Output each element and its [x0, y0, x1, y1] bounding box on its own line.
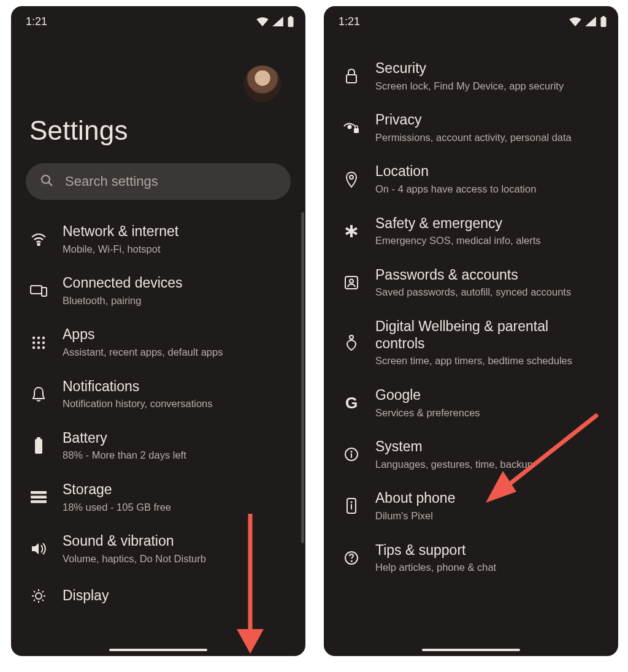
svg-rect-23 [602, 16, 605, 18]
settings-item-title: Security [375, 60, 564, 77]
gesture-nav-bar[interactable] [422, 649, 520, 651]
settings-item-title: Storage [63, 481, 171, 498]
settings-item-battery[interactable]: Battery 88% - More than 2 days left [11, 420, 305, 472]
svg-rect-22 [601, 17, 607, 27]
settings-item-title: Safety & emergency [375, 215, 541, 232]
info-icon [341, 447, 362, 462]
settings-item-about-phone[interactable]: About phone Dilum's Pixel [324, 480, 618, 532]
settings-item-title: Notifications [63, 378, 213, 395]
search-settings-field[interactable]: Search settings [26, 163, 291, 200]
settings-item-subtitle: Saved passwords, autofill, synced accoun… [375, 286, 571, 299]
volume-icon [28, 541, 49, 556]
account-box-icon [341, 275, 362, 290]
settings-item-subtitle: Screen time, app timers, bedtime schedul… [375, 354, 601, 367]
settings-item-security[interactable]: Security Screen lock, Find My Device, ap… [324, 50, 618, 102]
settings-item-passwords[interactable]: Passwords & accounts Saved passwords, au… [324, 257, 618, 308]
wellbeing-icon [341, 334, 362, 351]
settings-item-subtitle: Assistant, recent apps, default apps [63, 346, 223, 359]
svg-rect-1 [289, 16, 292, 18]
settings-item-subtitle: Help articles, phone & chat [375, 561, 496, 574]
settings-item-google[interactable]: G Google Services & preferences [324, 377, 618, 429]
help-icon [341, 551, 362, 565]
svg-point-30 [350, 335, 353, 339]
wifi-icon [569, 17, 581, 26]
svg-rect-6 [42, 288, 47, 296]
scrollbar[interactable] [301, 212, 304, 543]
settings-item-title: About phone [375, 490, 455, 507]
settings-item-safety[interactable]: Safety & emergency Emergency SOS, medica… [324, 205, 618, 257]
settings-item-subtitle: Mobile, Wi-Fi, hotspot [63, 243, 178, 256]
svg-point-4 [37, 243, 39, 245]
svg-rect-17 [37, 437, 40, 440]
settings-item-subtitle: 18% used - 105 GB free [63, 501, 171, 514]
svg-rect-16 [35, 439, 42, 454]
phone-frame-right: 1:21 Security Screen l [324, 6, 618, 656]
svg-point-9 [42, 336, 45, 338]
settings-item-notifications[interactable]: Notifications Notification history, conv… [11, 368, 305, 420]
settings-item-subtitle: Dilum's Pixel [375, 510, 455, 522]
svg-line-3 [49, 183, 53, 186]
settings-item-connected-devices[interactable]: Connected devices Bluetooth, pairing [11, 265, 305, 316]
bell-icon [28, 386, 49, 402]
settings-item-sound[interactable]: Sound & vibration Volume, haptics, Do No… [11, 523, 305, 575]
settings-item-network[interactable]: Network & internet Mobile, Wi-Fi, hotspo… [11, 213, 305, 265]
status-time: 1:21 [339, 15, 360, 28]
settings-item-subtitle: On - 4 apps have access to location [375, 183, 536, 196]
settings-item-title: Display [63, 587, 109, 605]
settings-item-subtitle: Languages, gestures, time, backup [375, 458, 533, 471]
settings-item-apps[interactable]: Apps Assistant, recent apps, default app… [11, 316, 305, 368]
settings-item-subtitle: Bluetooth, pairing [63, 294, 183, 307]
settings-item-location[interactable]: Location On - 4 apps have access to loca… [324, 153, 618, 205]
settings-item-display[interactable]: Display [11, 575, 305, 607]
cellular-icon [585, 17, 596, 26]
eye-lock-icon [341, 121, 362, 134]
settings-item-privacy[interactable]: Privacy Permissions, account activity, p… [324, 102, 618, 153]
svg-point-7 [33, 336, 35, 338]
settings-item-system[interactable]: System Languages, gestures, time, backup [324, 429, 618, 480]
status-time: 1:21 [26, 15, 47, 28]
settings-item-subtitle: Emergency SOS, medical info, alerts [375, 234, 541, 247]
gesture-nav-bar[interactable] [109, 649, 207, 651]
svg-rect-18 [31, 491, 47, 494]
lock-icon [341, 68, 362, 84]
status-bar: 1:21 [324, 6, 618, 33]
settings-item-title: Location [375, 163, 536, 180]
phone-frame-left: 1:21 Settings Searc [11, 6, 305, 656]
svg-rect-26 [354, 128, 359, 133]
svg-rect-19 [31, 496, 47, 499]
svg-point-21 [36, 593, 42, 599]
settings-item-title: Network & internet [63, 223, 178, 240]
svg-rect-0 [288, 17, 294, 27]
settings-item-wellbeing[interactable]: Digital Wellbeing & parental controls Sc… [324, 308, 618, 377]
svg-point-10 [33, 341, 35, 343]
search-icon [39, 173, 54, 190]
settings-list-left: Network & internet Mobile, Wi-Fi, hotspo… [11, 212, 305, 607]
battery-icon [600, 16, 607, 27]
google-g-icon: G [341, 394, 362, 413]
settings-item-title: Sound & vibration [63, 533, 206, 550]
devices-icon [28, 284, 49, 297]
svg-rect-24 [347, 75, 356, 83]
phone-info-icon [341, 497, 362, 514]
status-icons [569, 16, 607, 27]
settings-item-title: Digital Wellbeing & parental controls [375, 318, 601, 352]
svg-point-2 [42, 175, 50, 183]
status-bar: 1:21 [11, 6, 305, 33]
wifi-icon [256, 17, 269, 26]
wifi-icon [28, 232, 49, 246]
svg-rect-20 [31, 500, 47, 503]
page-title: Settings [29, 115, 287, 146]
svg-point-14 [37, 346, 40, 348]
svg-rect-5 [31, 286, 42, 294]
screenshot-stage: 1:21 Settings Searc [0, 0, 628, 672]
apps-grid-icon [28, 336, 49, 349]
svg-point-29 [350, 279, 353, 283]
settings-item-title: Google [375, 387, 480, 404]
profile-avatar[interactable] [244, 65, 281, 102]
battery-icon [287, 16, 294, 27]
settings-item-tips[interactable]: Tips & support Help articles, phone & ch… [324, 532, 618, 584]
pin-icon [341, 171, 362, 188]
settings-item-storage[interactable]: Storage 18% used - 105 GB free [11, 472, 305, 523]
settings-item-title: Passwords & accounts [375, 267, 571, 284]
storage-icon [28, 491, 49, 503]
